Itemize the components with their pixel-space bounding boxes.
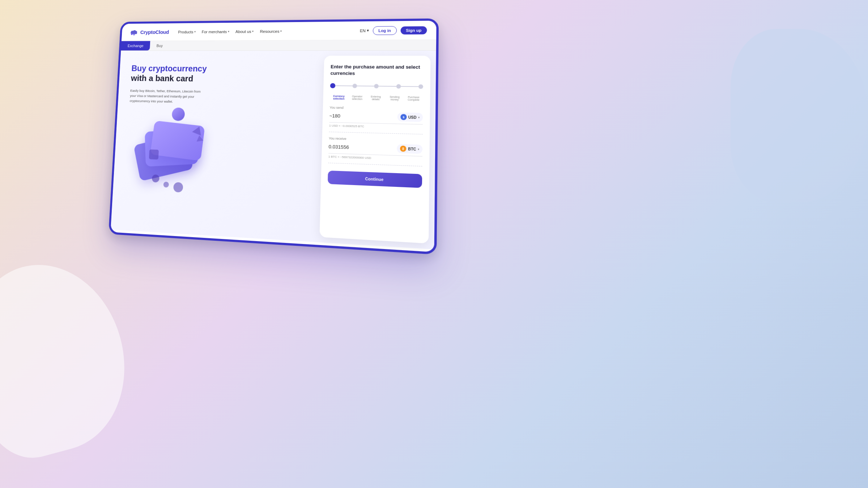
btc-icon: ₿ <box>400 146 407 152</box>
currency-chevron-icon: ▾ <box>418 147 419 151</box>
illustration-ball <box>172 108 185 121</box>
signup-button[interactable]: Sign up <box>400 26 427 34</box>
form-title: Enter the purchase amount and select cur… <box>330 64 423 77</box>
nav-links: Products ▾ For merchants ▾ About us ▾ Re… <box>178 29 360 34</box>
illustration-square <box>149 149 159 159</box>
tab-buy[interactable]: Buy <box>150 41 170 50</box>
tab-bar: Exchange Buy <box>121 40 436 51</box>
send-value[interactable]: ~180 <box>329 113 395 120</box>
main-content: Buy cryptocurrency with a bank card Easi… <box>111 51 436 249</box>
step-line-3 <box>379 86 396 87</box>
steps-labels: Currency selection Operator selection En… <box>330 95 423 101</box>
background-shape-right <box>731 29 868 202</box>
nav-item-resources[interactable]: Resources ▾ <box>260 29 282 33</box>
background-shape-left <box>0 248 145 468</box>
step-1-dot <box>330 83 336 88</box>
step-label-2: Operator selection <box>348 95 366 100</box>
nav-item-about[interactable]: About us ▾ <box>235 29 254 34</box>
chevron-down-icon: ▾ <box>280 30 282 33</box>
progress-steps <box>330 83 423 89</box>
headline-dark: with a bank card <box>131 73 316 85</box>
purchase-form: Enter the purchase amount and select cur… <box>319 56 430 244</box>
illustration-circle-3 <box>173 182 183 193</box>
tab-exchange[interactable]: Exchange <box>121 41 150 50</box>
usd-icon: $ <box>400 114 407 120</box>
step-line-1 <box>335 85 352 86</box>
illustration-triangle-2 <box>196 135 204 142</box>
chevron-down-icon: ▾ <box>367 28 369 33</box>
step-label-4: Sending money <box>385 96 404 101</box>
receive-currency-name: BTC <box>408 147 416 151</box>
logo-area[interactable]: CryptoCloud <box>129 29 169 35</box>
currency-chevron-icon: ▾ <box>418 116 420 119</box>
step-label-3: Entering details <box>367 95 385 101</box>
hero-subtext: Easily buy Bitcoin, Tether, Ethereum, Li… <box>129 88 204 104</box>
step-2-dot <box>352 84 357 88</box>
receive-value[interactable]: 0.031556 <box>328 144 394 151</box>
chevron-down-icon: ▾ <box>252 30 254 33</box>
receive-label: You receive <box>329 137 422 143</box>
navbar: CryptoCloud Products ▾ For merchants ▾ A… <box>122 21 437 41</box>
step-line-2 <box>357 86 374 87</box>
step-label-5: Purchase Complete <box>404 96 423 101</box>
language-selector[interactable]: EN ▾ <box>360 28 369 33</box>
logo-icon <box>129 29 138 35</box>
left-panel: Buy cryptocurrency with a bank card Easi… <box>111 51 324 242</box>
continue-button[interactable]: Continue <box>328 171 422 188</box>
step-3-dot <box>374 84 379 89</box>
illustration-circle-1 <box>152 175 159 183</box>
crypto-illustration <box>124 110 209 205</box>
headline-blue: Buy cryptocurrency <box>131 64 317 75</box>
chevron-down-icon: ▾ <box>194 30 196 34</box>
nav-right: EN ▾ Log in Sign up <box>360 26 427 35</box>
receive-exchange-rate: 1 BTC ≈ ~5697322000000 USD <box>328 155 422 167</box>
step-5-dot <box>418 85 423 89</box>
logo-text: CryptoCloud <box>140 29 169 35</box>
nav-item-merchants[interactable]: For merchants ▾ <box>201 29 229 34</box>
illustration-circle-2 <box>163 182 169 188</box>
receive-input-row: 0.031556 ₿ BTC ▾ <box>328 142 422 157</box>
step-label-1: Currency selection <box>330 95 348 100</box>
send-input-row: ~180 $ USD ▾ <box>329 111 423 125</box>
send-currency-selector[interactable]: $ USD ▾ <box>397 112 423 122</box>
step-line-4 <box>401 86 418 87</box>
step-4-dot <box>396 84 401 89</box>
send-label: You send <box>329 106 423 111</box>
send-currency-name: USD <box>408 115 417 120</box>
device-mockup: CryptoCloud Products ▾ For merchants ▾ A… <box>109 18 439 255</box>
send-exchange-rate: 1 USD ≈ ~0.0000525 BTC <box>329 124 423 134</box>
chevron-down-icon: ▾ <box>228 30 229 33</box>
nav-item-products[interactable]: Products ▾ <box>178 30 196 34</box>
login-button[interactable]: Log in <box>373 26 397 35</box>
receive-currency-selector[interactable]: ₿ BTC ▾ <box>397 144 423 154</box>
device-frame: CryptoCloud Products ▾ For merchants ▾ A… <box>109 18 439 255</box>
svg-point-1 <box>133 34 135 35</box>
